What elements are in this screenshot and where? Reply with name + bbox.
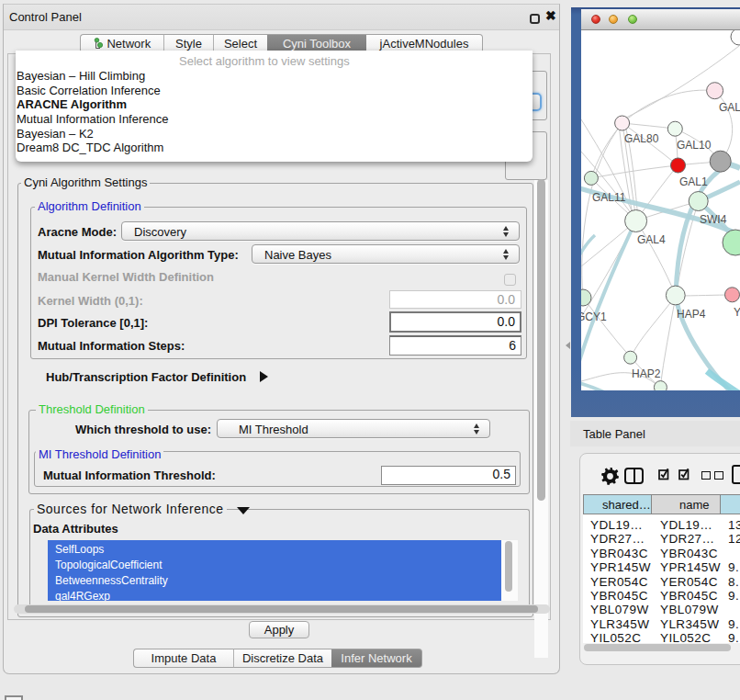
- svg-text:HAP4: HAP4: [677, 308, 706, 321]
- svg-text:GAL10: GAL10: [677, 139, 712, 152]
- svg-text:GAL1: GAL1: [679, 175, 708, 188]
- svg-text:GAL11: GAL11: [592, 191, 626, 204]
- svg-text:HAP2: HAP2: [632, 367, 661, 380]
- svg-text:GAL4: GAL4: [637, 233, 666, 246]
- svg-text:GAL80: GAL80: [624, 132, 659, 145]
- svg-text:GAL7: GAL7: [719, 101, 740, 114]
- svg-text:YJ: YJ: [734, 306, 740, 319]
- svg-text:GCY1: GCY1: [581, 310, 607, 323]
- svg-text:SWI4: SWI4: [700, 213, 727, 226]
